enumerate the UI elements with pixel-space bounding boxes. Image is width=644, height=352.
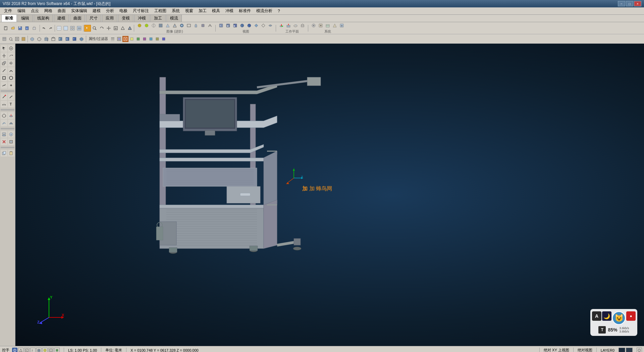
tb-3d-right[interactable]: R xyxy=(64,36,71,42)
tb-vw5[interactable]: ↓ xyxy=(246,22,253,29)
tb-prop-4[interactable] xyxy=(129,36,135,42)
tb-zoom[interactable] xyxy=(91,25,98,32)
tb-img6[interactable] xyxy=(171,22,178,29)
lp-rotate-btn[interactable] xyxy=(8,52,15,59)
tb-prop-7[interactable] xyxy=(148,36,154,42)
status-network-icon[interactable] xyxy=(637,348,642,352)
tb-wp2[interactable] xyxy=(285,22,292,29)
menu-file[interactable]: 文件 xyxy=(1,7,15,14)
menu-solid-edit[interactable]: 实体编辑 xyxy=(68,7,90,14)
tb-view4[interactable]: 3D xyxy=(76,25,83,32)
tab-modeling[interactable]: 建模 xyxy=(54,14,69,22)
tb-rotate[interactable] xyxy=(98,25,105,32)
tb-sys4[interactable] xyxy=(331,22,338,29)
tb-img4[interactable] xyxy=(157,22,164,29)
tb-filter-3[interactable] xyxy=(14,36,20,42)
restore-button[interactable]: □ xyxy=(626,1,633,6)
tb-print[interactable] xyxy=(31,25,38,32)
tab-wireframe[interactable]: 线架构 xyxy=(34,14,53,22)
tb-img5[interactable] xyxy=(164,22,171,29)
tb-view3[interactable] xyxy=(69,25,76,32)
tb-select[interactable] xyxy=(84,25,91,32)
lp-copy-btn[interactable] xyxy=(1,150,7,157)
status-color-2[interactable] xyxy=(626,348,633,352)
menu-edit[interactable]: 编辑 xyxy=(15,7,28,14)
tb-wire[interactable] xyxy=(119,25,126,32)
tab-apply[interactable]: 应用 xyxy=(102,14,117,22)
tb-fit[interactable]: ⊞ xyxy=(112,25,119,32)
lp-delete-btn[interactable] xyxy=(1,138,7,145)
tb-sys2[interactable]: ✦ xyxy=(317,22,324,29)
tab-moldflow[interactable]: 模流 xyxy=(166,14,182,22)
status-icon-3[interactable]: + xyxy=(24,348,30,352)
tb-img8[interactable] xyxy=(185,22,192,29)
status-icon-2[interactable] xyxy=(18,348,23,352)
tb-wp1[interactable] xyxy=(278,22,285,29)
menu-model[interactable]: 建模 xyxy=(90,7,103,14)
menu-standard[interactable]: 标准件 xyxy=(236,7,254,14)
tb-img10[interactable] xyxy=(200,22,206,29)
menu-mold[interactable]: 模具 xyxy=(209,7,223,14)
tab-standard[interactable]: 标准 xyxy=(1,14,17,22)
tb-sys3[interactable] xyxy=(324,22,331,29)
tb-undo[interactable] xyxy=(41,25,47,32)
status-icon-6[interactable] xyxy=(42,348,48,352)
lp-dim-btn[interactable] xyxy=(1,101,7,107)
menu-moldflow[interactable]: 模流分析 xyxy=(254,7,275,14)
lp-trim-btn[interactable] xyxy=(1,93,7,100)
menu-help[interactable]: ? xyxy=(275,8,283,14)
lp-line-btn[interactable] xyxy=(1,67,7,74)
tab-stamping[interactable]: 冲模 xyxy=(134,14,150,22)
lp-extrude-btn[interactable] xyxy=(1,112,7,119)
lp-paste-btn[interactable] xyxy=(8,150,15,157)
lp-select-btn[interactable] xyxy=(1,45,7,52)
lp-move-btn[interactable] xyxy=(1,52,7,59)
tab-dimension[interactable]: 尺寸 xyxy=(86,14,101,22)
tb-shade[interactable] xyxy=(126,25,133,32)
menu-mesh[interactable]: 网格 xyxy=(42,7,55,14)
menu-analysis[interactable]: 分析 xyxy=(103,7,117,14)
status-icon-8[interactable] xyxy=(54,348,60,352)
lp-props-btn[interactable] xyxy=(8,138,15,145)
tb-vw4[interactable]: ↑ xyxy=(239,22,246,29)
tab-machining[interactable]: 加工 xyxy=(150,14,166,22)
lp-blend-btn[interactable] xyxy=(8,120,15,126)
tb-vw6[interactable] xyxy=(253,22,260,29)
tb-img9[interactable] xyxy=(193,22,199,29)
tb-sys1[interactable] xyxy=(310,22,317,29)
tb-prop-2[interactable] xyxy=(116,36,122,42)
tb-3d-box2[interactable] xyxy=(36,36,43,42)
tab-surface[interactable]: 曲面 xyxy=(70,14,85,22)
menu-stamping[interactable]: 冲模 xyxy=(223,7,236,14)
status-icon-1[interactable] xyxy=(12,348,17,352)
tb-filter-2[interactable] xyxy=(8,36,14,42)
tb-saveas[interactable]: A xyxy=(24,25,31,32)
tb-prop-8[interactable] xyxy=(154,36,160,42)
lp-rect-btn[interactable] xyxy=(1,75,7,81)
tb-new[interactable] xyxy=(3,25,9,32)
minimize-button[interactable]: − xyxy=(618,1,625,6)
tb-redo[interactable] xyxy=(47,25,54,32)
status-color-1[interactable] xyxy=(619,348,625,352)
lp-point-btn[interactable] xyxy=(8,82,15,89)
tb-prop-1[interactable] xyxy=(110,36,116,42)
tb-prop-5[interactable] xyxy=(135,36,141,42)
menu-pointcloud[interactable]: 点云 xyxy=(28,7,42,14)
tb-img7[interactable] xyxy=(178,22,185,29)
tb-vw1[interactable]: + xyxy=(218,22,224,29)
menu-machining[interactable]: 加工 xyxy=(196,7,209,14)
lp-sweep-btn[interactable] xyxy=(1,120,7,126)
tb-img3[interactable] xyxy=(150,22,157,29)
tb-3d-box3[interactable] xyxy=(43,36,50,42)
tb-vw3[interactable]: ▶ xyxy=(232,22,238,29)
tb-filter-4[interactable] xyxy=(20,36,26,42)
tb-open[interactable] xyxy=(10,25,16,32)
tb-view2[interactable] xyxy=(62,25,69,32)
lp-revolve-btn[interactable] xyxy=(8,112,15,119)
tb-img1[interactable] xyxy=(136,22,143,29)
tb-3d-iso[interactable] xyxy=(78,36,85,42)
tb-vw8[interactable] xyxy=(267,22,274,29)
tb-save[interactable] xyxy=(17,25,23,32)
tb-pan[interactable] xyxy=(105,25,112,32)
status-icon-4[interactable]: 2 xyxy=(30,348,36,352)
